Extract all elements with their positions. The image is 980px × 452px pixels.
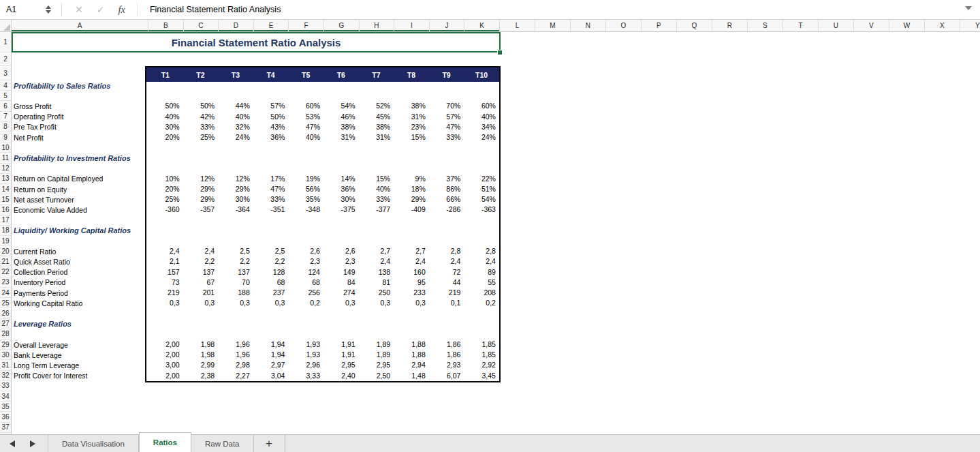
cell-r22-T2[interactable]: 137	[184, 267, 219, 277]
period-header-T7[interactable]: T7	[359, 67, 394, 82]
cell-r23-T2[interactable]: 67	[184, 277, 219, 288]
cell-r14-T2[interactable]: 29%	[184, 184, 219, 194]
tab-scroll-left-icon[interactable]	[10, 440, 15, 447]
cell-r30-T10[interactable]: 1,85	[464, 350, 500, 360]
cell-r13-T7[interactable]: 15%	[360, 174, 395, 184]
row-header-8[interactable]: 8	[0, 122, 11, 132]
cell-r31-T8[interactable]: 2,94	[394, 360, 430, 370]
cell-r21-T2[interactable]: 2,2	[184, 256, 219, 267]
row-header-37[interactable]: 37	[0, 423, 11, 433]
row-header-10[interactable]: 10	[0, 142, 11, 153]
cell-r24-T8[interactable]: 233	[394, 288, 430, 298]
cell-r30-T9[interactable]: 1,86	[430, 350, 465, 360]
row-header-36[interactable]: 36	[0, 412, 11, 422]
row-header-17[interactable]: 17	[0, 215, 11, 226]
cell-r6-T3[interactable]: 44%	[219, 101, 254, 111]
cell-r22-T9[interactable]: 72	[430, 267, 465, 277]
cell-r9-T10[interactable]: 24%	[464, 132, 500, 142]
column-header-N[interactable]: N	[571, 20, 606, 31]
cell-r13-T5[interactable]: 19%	[289, 174, 324, 184]
row-header-16[interactable]: 16	[0, 205, 11, 215]
row-header-28[interactable]: 28	[0, 329, 11, 340]
cell-r7-T10[interactable]: 40%	[464, 112, 500, 122]
column-header-S[interactable]: S	[748, 20, 783, 31]
cell-r32-T2[interactable]: 2,38	[184, 371, 219, 381]
cell-r15-T3[interactable]: 30%	[219, 194, 254, 205]
column-header-F[interactable]: F	[289, 20, 324, 31]
row-label-cell[interactable]: Bank Leverage	[14, 350, 62, 360]
cell-r32-T9[interactable]: 6,07	[430, 371, 465, 381]
row-header-4[interactable]: 4	[0, 80, 11, 91]
spinner-down-icon[interactable]	[46, 10, 51, 14]
cell-r31-T2[interactable]: 2,99	[184, 360, 219, 370]
row-header-35[interactable]: 35	[0, 402, 11, 412]
cell-A1-title[interactable]: Financial Statement Ratio Analysis	[12, 32, 501, 52]
row-header-23[interactable]: 23	[0, 277, 11, 288]
cell-r22-T10[interactable]: 89	[464, 267, 500, 277]
cell-r30-T1[interactable]: 2,00	[148, 350, 184, 360]
tab-scroll-right-icon[interactable]	[30, 440, 35, 447]
period-header-T8[interactable]: T8	[394, 67, 429, 82]
cell-r31-T9[interactable]: 2,93	[430, 360, 465, 370]
column-header-I[interactable]: I	[394, 20, 430, 31]
cell-r14-T3[interactable]: 29%	[219, 184, 254, 194]
column-header-W[interactable]: W	[889, 20, 925, 31]
cell-r8-T5[interactable]: 47%	[289, 122, 324, 132]
cell-r6-T4[interactable]: 57%	[254, 101, 289, 111]
cell-r22-T5[interactable]: 124	[289, 267, 324, 277]
cell-r30-T5[interactable]: 1,93	[289, 350, 324, 360]
row-label-cell[interactable]: Return on Equity	[14, 184, 67, 194]
cell-r22-T6[interactable]: 149	[324, 267, 360, 277]
cell-r20-T6[interactable]: 2,6	[324, 246, 360, 256]
cell-r21-T9[interactable]: 2,4	[430, 256, 465, 267]
cell-r21-T10[interactable]: 2,4	[464, 256, 500, 267]
cell-r20-T7[interactable]: 2,7	[360, 246, 395, 256]
period-header-T4[interactable]: T4	[253, 67, 289, 82]
column-header-J[interactable]: J	[430, 20, 465, 31]
cell-r25-T4[interactable]: 0,3	[254, 298, 289, 308]
row-label-cell[interactable]: Collection Period	[14, 267, 67, 277]
cell-r25-T10[interactable]: 0,2	[464, 298, 500, 308]
cell-r32-T3[interactable]: 2,27	[219, 371, 254, 381]
cell-r31-T6[interactable]: 2,95	[324, 360, 360, 370]
column-header-B[interactable]: B	[148, 20, 184, 31]
row-header-7[interactable]: 7	[0, 112, 11, 122]
tab-ratios[interactable]: Ratios	[139, 432, 191, 452]
cell-r31-T5[interactable]: 2,96	[289, 360, 324, 370]
cell-r22-T8[interactable]: 160	[394, 267, 430, 277]
row-header-3[interactable]: 3	[0, 66, 11, 80]
cell-r22-T1[interactable]: 157	[148, 267, 184, 277]
cell-r29-T7[interactable]: 1,89	[360, 340, 395, 350]
cell-r13-T2[interactable]: 12%	[184, 174, 219, 184]
cell-r22-T7[interactable]: 138	[360, 267, 395, 277]
cell-r7-T4[interactable]: 50%	[254, 112, 289, 122]
cell-r20-T2[interactable]: 2,4	[184, 246, 219, 256]
tab-data-visualisation[interactable]: Data Visualisation	[48, 435, 139, 452]
cell-r30-T6[interactable]: 1,91	[324, 350, 360, 360]
cell-r9-T3[interactable]: 24%	[219, 132, 254, 142]
cell-r16-T6[interactable]: -375	[324, 205, 360, 215]
cell-r13-T8[interactable]: 9%	[394, 174, 430, 184]
cell-r7-T5[interactable]: 53%	[289, 112, 324, 122]
cell-r21-T5[interactable]: 2,3	[289, 256, 324, 267]
insert-function-icon[interactable]: fx	[118, 4, 125, 16]
cell-r32-T5[interactable]: 3,33	[289, 371, 324, 381]
cell-r6-T2[interactable]: 50%	[184, 101, 219, 111]
cell-r29-T8[interactable]: 1,88	[394, 340, 430, 350]
row-header-22[interactable]: 22	[0, 267, 11, 277]
row-header-2[interactable]: 2	[0, 52, 11, 66]
section-heading[interactable]: Liquidity/ Working Capital Ratios	[14, 226, 131, 236]
cell-r23-T6[interactable]: 84	[324, 277, 360, 288]
row-header-5[interactable]: 5	[0, 91, 11, 101]
column-header-C[interactable]: C	[184, 20, 219, 31]
row-header-24[interactable]: 24	[0, 288, 11, 298]
cell-r23-T1[interactable]: 73	[148, 277, 184, 288]
period-header-T5[interactable]: T5	[288, 67, 323, 82]
cell-r13-T1[interactable]: 10%	[148, 174, 184, 184]
cell-r16-T10[interactable]: -363	[464, 205, 500, 215]
cell-r14-T10[interactable]: 51%	[464, 184, 500, 194]
cancel-icon[interactable]: ✕	[75, 5, 83, 14]
column-header-O[interactable]: O	[606, 20, 642, 31]
cell-r14-T9[interactable]: 86%	[430, 184, 465, 194]
cell-r9-T1[interactable]: 20%	[148, 132, 184, 142]
